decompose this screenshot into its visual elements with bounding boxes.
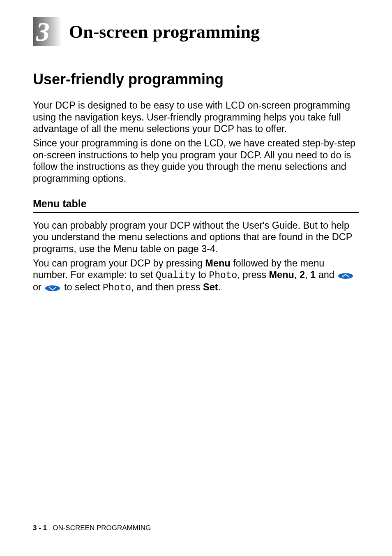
page-footer: 3 - 1 ON-SCREEN PROGRAMMING bbox=[33, 524, 151, 532]
subsection-paragraph-1: You can probably program your DCP withou… bbox=[33, 220, 359, 255]
lcd-photo: Photo bbox=[103, 283, 131, 293]
footer-page-number: 3 - 1 bbox=[33, 524, 47, 532]
key-1: 1 bbox=[310, 269, 316, 280]
text-run: You can program your DCP by pressing bbox=[33, 258, 205, 269]
section-paragraph-1: Your DCP is designed to be easy to use w… bbox=[33, 100, 359, 135]
key-set: Set bbox=[203, 282, 218, 292]
chapter-title: On-screen programming bbox=[69, 21, 260, 42]
subsection-divider bbox=[33, 212, 359, 213]
chapter-number-badge: 3 bbox=[33, 17, 62, 46]
key-menu: Menu bbox=[205, 258, 230, 269]
lcd-photo: Photo bbox=[209, 270, 237, 281]
text-run: and bbox=[316, 269, 337, 280]
subsection-paragraph-2: You can program your DCP by pressing Men… bbox=[33, 257, 359, 294]
chapter-header: 3 On-screen programming bbox=[33, 17, 359, 46]
key-2: 2 bbox=[300, 269, 305, 280]
section-paragraph-2: Since your programming is done on the LC… bbox=[33, 137, 359, 185]
text-run: to bbox=[196, 269, 209, 280]
text-run: or bbox=[33, 282, 44, 292]
lcd-quality: Quality bbox=[156, 270, 196, 281]
footer-title: ON-SCREEN PROGRAMMING bbox=[53, 524, 151, 532]
subsection-title: Menu table bbox=[33, 198, 359, 210]
up-arrow-icon bbox=[338, 270, 353, 282]
text-run: , bbox=[294, 269, 300, 280]
key-menu: Menu bbox=[269, 269, 294, 280]
down-arrow-icon bbox=[45, 283, 60, 294]
chapter-number: 3 bbox=[36, 18, 50, 45]
section-title: User-friendly programming bbox=[33, 71, 359, 88]
text-run: to select bbox=[61, 282, 103, 292]
text-run: , press bbox=[237, 269, 269, 280]
text-run: . bbox=[218, 282, 221, 292]
text-run: , and then press bbox=[131, 282, 203, 292]
text-run: , bbox=[305, 269, 310, 280]
